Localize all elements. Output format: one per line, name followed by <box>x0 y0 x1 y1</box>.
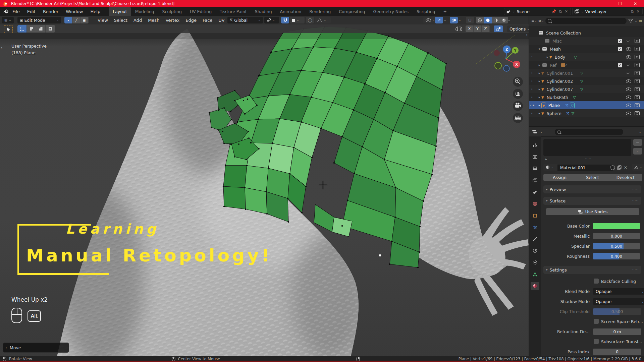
retopo-vertex[interactable] <box>343 76 345 78</box>
expand-arrow-icon[interactable]: ▸ <box>545 157 547 161</box>
chevron-down-icon[interactable]: ⌄ <box>508 18 511 22</box>
retopo-vertex[interactable] <box>435 145 437 147</box>
outliner-row-mesh[interactable]: ▾ Mesh ✓ <box>529 45 644 53</box>
tab-layout[interactable]: Layout <box>109 7 131 16</box>
scene-selector[interactable]: ⌄ Scene 📌 ⧉ ✕ <box>504 8 571 15</box>
retopo-vertex[interactable] <box>417 267 419 268</box>
material-name-field[interactable]: Material.001 <box>557 165 613 171</box>
screen-space-refraction-checkbox[interactable] <box>594 319 599 324</box>
roughness-slider[interactable]: 0.400 <box>593 253 640 259</box>
metallic-field[interactable]: 0.000 <box>593 233 640 239</box>
blend-mode-dropdown[interactable]: Opaque⌄ <box>593 288 644 295</box>
tab-sculpting[interactable]: Sculpting <box>158 7 186 16</box>
retopo-vertex[interactable] <box>246 159 247 160</box>
link-mesh-data-button[interactable]: ⌄ <box>632 164 644 171</box>
retopo-vertex[interactable] <box>234 90 235 91</box>
transform-orientation-dropdown[interactable]: ⇱ Global ⌄ <box>227 17 263 23</box>
retopo-vertex[interactable] <box>441 89 443 90</box>
retopo-vertex[interactable] <box>332 102 333 103</box>
menu-edge[interactable]: Edge <box>182 18 200 23</box>
retopo-vertex[interactable] <box>246 165 248 166</box>
retopo-vertex[interactable] <box>431 174 433 175</box>
eye-open-icon[interactable] <box>626 79 631 83</box>
expand-arrow-icon[interactable]: ▸ <box>537 87 541 91</box>
snap-toggle[interactable] <box>281 17 289 23</box>
add-workspace-button[interactable]: + <box>439 7 451 16</box>
retopo-vertex[interactable] <box>301 212 303 213</box>
outliner-row-cylinder-001[interactable]: • ▸ ▼ Cylinder.001 ▽ <box>529 69 644 77</box>
retopo-vertex[interactable] <box>268 168 269 169</box>
checkbox-icon[interactable]: ✓ <box>618 39 622 43</box>
operator-panel[interactable]: › Move <box>3 343 69 353</box>
retopo-vertex[interactable] <box>237 121 238 123</box>
outliner-row-ref[interactable]: ▸ Ref 2 ✓ <box>529 61 644 69</box>
active-tool-button[interactable] <box>4 25 13 33</box>
retopo-vertex[interactable] <box>305 186 307 187</box>
retopo-vertex[interactable] <box>384 159 385 160</box>
retopo-vertex[interactable] <box>223 206 225 207</box>
toolbar-expand-arrow[interactable]: › <box>1 45 2 50</box>
retopo-vertex[interactable] <box>209 112 210 113</box>
retopo-vertex[interactable] <box>270 52 272 53</box>
retopo-vertex[interactable] <box>408 43 409 44</box>
snap-symmetry-toggle[interactable] <box>494 25 503 32</box>
select-box-subtract-button[interactable] <box>36 25 46 33</box>
checkbox-icon[interactable]: ✓ <box>618 63 622 67</box>
retopo-vertex[interactable] <box>416 76 417 77</box>
eye-closed-icon[interactable] <box>626 63 630 66</box>
tab-object-data[interactable] <box>531 270 539 278</box>
eye-open-icon[interactable] <box>626 87 631 91</box>
retopo-vertex[interactable] <box>354 173 355 174</box>
filter-funnel-icon[interactable] <box>628 19 633 23</box>
menu-mesh[interactable]: Mesh <box>145 18 162 23</box>
material-browse-button[interactable]: ⌄ <box>543 164 557 171</box>
retopo-vertex[interactable] <box>289 173 290 174</box>
tab-geometry-nodes[interactable]: Geometry Nodes <box>369 7 413 16</box>
outliner-row-plane[interactable]: ⌐▪ ▸ ▼ Plane ⚒ ▽ <box>529 101 644 109</box>
retopo-vertex[interactable] <box>244 187 246 188</box>
wireframe-shading-button[interactable] <box>476 17 484 23</box>
retopo-vertex[interactable] <box>223 143 225 144</box>
retopo-vertex[interactable] <box>311 157 313 158</box>
viewport-canvas[interactable]: Z Y X <box>0 16 529 356</box>
deselect-button[interactable]: Deselect <box>609 174 642 181</box>
retopo-vertex[interactable] <box>218 110 219 111</box>
clip-threshold-slider[interactable]: 0.500 <box>593 308 641 315</box>
retopo-vertex[interactable] <box>313 46 314 48</box>
pan-hand-button[interactable] <box>513 89 523 99</box>
material-preview-button[interactable] <box>492 17 500 23</box>
menu-select[interactable]: Select <box>111 18 130 23</box>
retopo-face[interactable] <box>223 186 246 209</box>
retopo-vertex[interactable] <box>334 48 335 49</box>
editor-type-button[interactable]: ⊞ ⌄ <box>2 17 14 23</box>
tab-render[interactable] <box>531 153 539 161</box>
menu-add[interactable]: Add <box>130 18 145 23</box>
retopo-vertex[interactable] <box>238 143 239 145</box>
retopo-face[interactable] <box>245 166 268 192</box>
copy-icon[interactable] <box>617 165 622 170</box>
menu-uv[interactable]: UV <box>215 18 227 23</box>
retopo-vertex[interactable] <box>347 200 348 201</box>
camera-visibility-icon[interactable] <box>635 39 640 43</box>
remove-slot-button[interactable]: − <box>633 139 642 146</box>
retopo-vertex[interactable] <box>427 52 429 54</box>
retopo-vertex[interactable] <box>234 156 235 158</box>
tab-physics[interactable] <box>531 247 539 255</box>
camera-visibility-icon[interactable] <box>635 79 640 83</box>
chevron-down-icon[interactable]: ⌄ <box>639 130 641 133</box>
settings-panel-header[interactable]: ▾ Settings ····· <box>543 266 641 274</box>
blender-app-icon[interactable] <box>3 9 9 14</box>
axis-neg-y-ball[interactable] <box>495 62 501 69</box>
retopo-vertex[interactable] <box>218 129 219 131</box>
camera-visibility-icon[interactable] <box>635 63 640 67</box>
display-mode-icon[interactable]: ⧉⌄ <box>539 19 544 23</box>
retopo-vertex[interactable] <box>391 241 392 242</box>
retopo-vertex[interactable] <box>287 198 288 199</box>
menu-file[interactable]: File <box>9 9 23 14</box>
retopo-vertex[interactable] <box>353 109 354 111</box>
solid-shading-button[interactable] <box>484 17 492 23</box>
retopo-vertex[interactable] <box>243 100 244 101</box>
outliner-row-misc[interactable]: Misc ✓ <box>529 37 644 45</box>
retopo-vertex[interactable] <box>376 58 378 59</box>
retopo-vertex[interactable] <box>392 130 394 131</box>
